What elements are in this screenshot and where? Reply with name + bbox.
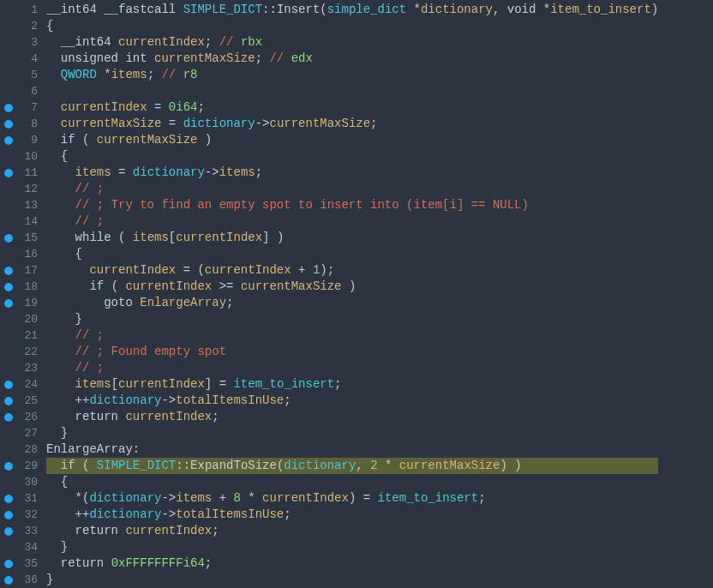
- code-line[interactable]: ++dictionary->totalItemsInUse;: [46, 393, 658, 409]
- code-line[interactable]: currentIndex = 0i64;: [46, 99, 658, 116]
- gutter-row[interactable]: 13: [0, 197, 43, 213]
- breakpoint-icon[interactable]: [4, 267, 13, 275]
- code-line[interactable]: EnlargeArray:: [46, 441, 658, 458]
- gutter-row[interactable]: 27: [0, 425, 43, 441]
- breakpoint-icon[interactable]: [4, 576, 13, 585]
- gutter-row[interactable]: 35: [0, 555, 43, 572]
- gutter-row[interactable]: 36: [0, 572, 43, 588]
- gutter-row[interactable]: 15: [0, 230, 43, 246]
- code-line[interactable]: return currentIndex;: [46, 409, 658, 425]
- gutter-row[interactable]: 8: [0, 116, 43, 132]
- breakpoint-icon[interactable]: [4, 495, 13, 503]
- breakpoint-slot[interactable]: [0, 576, 17, 585]
- gutter-row[interactable]: 10: [0, 148, 43, 165]
- breakpoint-slot[interactable]: [0, 462, 17, 471]
- code-area[interactable]: __int64 __fastcall SIMPLE_DICT::Insert(s…: [43, 0, 658, 588]
- code-line[interactable]: while ( items[currentIndex] ): [46, 230, 658, 246]
- code-line[interactable]: // ; Try to find an empty spot to insert…: [46, 197, 658, 213]
- code-line[interactable]: items[currentIndex] = item_to_insert;: [46, 376, 658, 393]
- breakpoint-slot[interactable]: [0, 104, 17, 112]
- code-line[interactable]: // ;: [46, 213, 658, 230]
- code-line[interactable]: {: [46, 148, 658, 165]
- gutter-row[interactable]: 32: [0, 507, 43, 523]
- code-line[interactable]: [46, 83, 658, 99]
- code-line[interactable]: currentMaxSize = dictionary->currentMaxS…: [46, 116, 658, 132]
- code-line[interactable]: __int64 __fastcall SIMPLE_DICT::Insert(s…: [46, 2, 658, 18]
- gutter-row[interactable]: 33: [0, 523, 43, 539]
- breakpoint-slot[interactable]: [0, 381, 17, 389]
- breakpoint-icon[interactable]: [4, 299, 13, 308]
- gutter-row[interactable]: 20: [0, 311, 43, 327]
- code-line[interactable]: // ;: [46, 360, 658, 376]
- code-line[interactable]: unsigned int currentMaxSize; // edx: [46, 51, 658, 67]
- code-line[interactable]: goto EnlargeArray;: [46, 295, 658, 311]
- code-line[interactable]: // ;: [46, 327, 658, 344]
- breakpoint-icon[interactable]: [4, 381, 13, 389]
- code-line[interactable]: }: [46, 311, 658, 327]
- breakpoint-slot[interactable]: [0, 511, 17, 519]
- code-line[interactable]: __int64 currentIndex; // rbx: [46, 34, 658, 51]
- code-line[interactable]: }: [46, 572, 658, 588]
- gutter-row[interactable]: 2: [0, 18, 43, 34]
- gutter-row[interactable]: 31: [0, 490, 43, 507]
- gutter-row[interactable]: 17: [0, 262, 43, 279]
- gutter-row[interactable]: 11: [0, 165, 43, 181]
- code-line[interactable]: ++dictionary->totalItemsInUse;: [46, 507, 658, 523]
- code-line[interactable]: currentIndex = (currentIndex + 1);: [46, 262, 658, 279]
- breakpoint-slot[interactable]: [0, 495, 17, 503]
- breakpoint-slot[interactable]: [0, 283, 17, 291]
- gutter-row[interactable]: 29: [0, 458, 43, 474]
- gutter-row[interactable]: 7: [0, 99, 43, 116]
- code-line[interactable]: // ;: [46, 181, 658, 197]
- code-line[interactable]: items = dictionary->items;: [46, 165, 658, 181]
- breakpoint-icon[interactable]: [4, 234, 13, 243]
- gutter-row[interactable]: 26: [0, 409, 43, 425]
- gutter-row[interactable]: 4: [0, 51, 43, 67]
- gutter-row[interactable]: 5: [0, 67, 43, 83]
- breakpoint-icon[interactable]: [4, 397, 13, 405]
- breakpoint-icon[interactable]: [4, 462, 13, 471]
- breakpoint-icon[interactable]: [4, 136, 13, 145]
- gutter-row[interactable]: 3: [0, 34, 43, 51]
- breakpoint-slot[interactable]: [0, 120, 17, 129]
- gutter-row[interactable]: 25: [0, 393, 43, 409]
- code-line[interactable]: {: [46, 18, 658, 34]
- gutter-row[interactable]: 18: [0, 279, 43, 295]
- gutter-row[interactable]: 28: [0, 441, 43, 458]
- gutter-row[interactable]: 23: [0, 360, 43, 376]
- breakpoint-slot[interactable]: [0, 169, 17, 177]
- gutter-row[interactable]: 22: [0, 344, 43, 360]
- breakpoint-slot[interactable]: [0, 299, 17, 308]
- gutter-row[interactable]: 21: [0, 327, 43, 344]
- gutter-row[interactable]: 12: [0, 181, 43, 197]
- code-line[interactable]: *(dictionary->items + 8 * currentIndex) …: [46, 490, 658, 507]
- breakpoint-icon[interactable]: [4, 527, 13, 536]
- gutter-row[interactable]: 24: [0, 376, 43, 393]
- gutter-row[interactable]: 34: [0, 539, 43, 555]
- gutter-row[interactable]: 30: [0, 474, 43, 490]
- code-line[interactable]: return 0xFFFFFFFFi64;: [46, 555, 658, 572]
- breakpoint-slot[interactable]: [0, 136, 17, 145]
- breakpoint-icon[interactable]: [4, 104, 13, 112]
- code-line[interactable]: // ; Found empty spot: [46, 344, 658, 360]
- code-line[interactable]: {: [46, 246, 658, 262]
- gutter-row[interactable]: 16: [0, 246, 43, 262]
- code-line[interactable]: {: [46, 474, 658, 490]
- breakpoint-slot[interactable]: [0, 234, 17, 243]
- breakpoint-slot[interactable]: [0, 267, 17, 275]
- gutter-row[interactable]: 1: [0, 2, 43, 18]
- breakpoint-icon[interactable]: [4, 283, 13, 291]
- breakpoint-slot[interactable]: [0, 413, 17, 422]
- gutter-row[interactable]: 6: [0, 83, 43, 99]
- breakpoint-icon[interactable]: [4, 120, 13, 129]
- code-line[interactable]: }: [46, 425, 658, 441]
- gutter-row[interactable]: 14: [0, 213, 43, 230]
- code-line[interactable]: if ( currentMaxSize ): [46, 132, 658, 148]
- code-line[interactable]: if ( SIMPLE_DICT::ExpandToSize(dictionar…: [46, 458, 658, 474]
- breakpoint-icon[interactable]: [4, 169, 13, 177]
- breakpoint-slot[interactable]: [0, 560, 17, 568]
- code-line[interactable]: QWORD *items; // r8: [46, 67, 658, 83]
- code-line[interactable]: return currentIndex;: [46, 523, 658, 539]
- breakpoint-icon[interactable]: [4, 511, 13, 519]
- gutter-row[interactable]: 9: [0, 132, 43, 148]
